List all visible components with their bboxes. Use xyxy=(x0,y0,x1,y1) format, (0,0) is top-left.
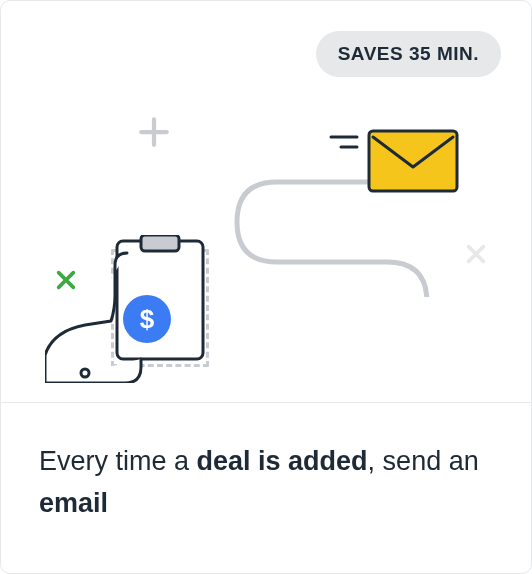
dollar-glyph: $ xyxy=(140,304,154,335)
automation-card[interactable]: SAVES 35 MIN. xyxy=(0,0,532,574)
automation-description: Every time a deal is added, send an emai… xyxy=(1,402,531,573)
motion-lines-icon xyxy=(329,133,359,153)
caption-bold1: deal is added xyxy=(197,446,368,476)
illustration: $ xyxy=(1,1,531,383)
plus-decor-icon xyxy=(137,115,171,149)
caption-mid: , send an xyxy=(368,446,479,476)
caption-bold2: email xyxy=(39,488,108,518)
svg-rect-4 xyxy=(141,235,179,251)
dollar-coin-icon: $ xyxy=(123,295,171,343)
email-icon xyxy=(367,129,459,193)
sparkle-grey-icon xyxy=(465,243,487,265)
svg-rect-2 xyxy=(369,131,457,191)
caption-pre: Every time a xyxy=(39,446,197,476)
